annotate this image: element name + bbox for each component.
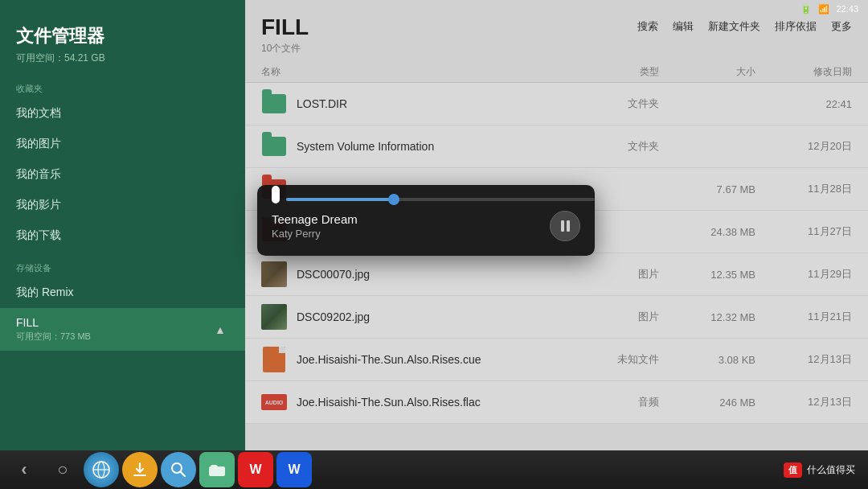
song-artist: Katy Perry (272, 228, 358, 240)
col-modified: 修改日期 (755, 65, 852, 79)
player-bottom: Teenage Dream Katy Perry (272, 211, 580, 241)
unknown-file-icon (261, 347, 287, 372)
sidebar-item-my-docs[interactable]: 我的文档 (0, 98, 245, 129)
player-controls (550, 211, 580, 241)
search-button[interactable]: 搜索 (637, 19, 658, 34)
song-title: Teenage Dream (272, 212, 358, 226)
download-icon[interactable] (122, 452, 158, 487)
sidebar-item-fill[interactable]: FILL 可用空间：773 MB ▲ (0, 308, 245, 351)
status-bar: 🔋 📶 22:43 (800, 0, 868, 18)
table-row[interactable]: DSC00070.jpg 图片 12.35 MB 11月29日 (245, 253, 868, 296)
player-info: Teenage Dream Katy Perry (272, 212, 358, 240)
wifi-icon: 📶 (818, 4, 829, 14)
sidebar-item-my-pics[interactable]: 我的图片 (0, 129, 245, 159)
svg-line-5 (181, 472, 185, 476)
watermark-badge: 值 (788, 464, 797, 476)
progress-thumb[interactable] (388, 194, 399, 205)
pause-icon (561, 220, 570, 232)
col-type: 类型 (563, 65, 659, 79)
file-name-cell: Joe.Hisaishi-The.Sun.Also.Rises.cue (261, 347, 563, 372)
file-list: LOST.DIR 文件夹 22:41 System Volume Informa… (245, 83, 868, 450)
pause-button[interactable] (550, 211, 580, 241)
taskbar: ‹ ○ W W 值 什么值得买 (0, 450, 868, 489)
table-row[interactable]: Joe.Hisaishi-The.Sun.Also.Rises.cue 未知文件… (245, 339, 868, 381)
favorites-label: 收藏夹 (0, 72, 245, 98)
wps2-icon[interactable]: W (276, 452, 312, 487)
file-name: Joe.Hisaishi-The.Sun.Also.Rises.cue (297, 353, 481, 366)
file-date: 12月13日 (755, 395, 852, 409)
file-date: 11月28日 (755, 182, 852, 196)
image-thumbnail-icon (261, 261, 287, 287)
magnifier-icon (170, 461, 187, 479)
file-name: LOST.DIR (297, 97, 347, 110)
file-date: 22:41 (755, 98, 852, 110)
globe-icon (92, 460, 111, 479)
table-row[interactable]: AUDIO Joe.Hisaishi-The.Sun.Also.Rises.fl… (245, 381, 868, 424)
new-folder-button[interactable]: 新建文件夹 (708, 19, 760, 34)
eject-icon[interactable]: ▲ (211, 321, 229, 339)
sort-button[interactable]: 排序依据 (775, 19, 817, 34)
volume-thumb (272, 186, 280, 203)
wps2-label: W (288, 462, 300, 477)
file-type: 未知文件 (563, 352, 659, 367)
fill-label: FILL (16, 316, 91, 329)
sidebar-item-my-videos[interactable]: 我的影片 (0, 190, 245, 220)
sidebar-item-my-downloads[interactable]: 我的下载 (0, 220, 245, 251)
file-size: 12.32 MB (659, 311, 755, 323)
file-size: 246 MB (659, 397, 755, 409)
files-icon[interactable] (199, 452, 235, 487)
file-name-cell: System Volume Information (261, 134, 563, 159)
file-size: 12.35 MB (659, 269, 755, 281)
file-name-cell: LOST.DIR (261, 91, 563, 117)
fill-storage: 可用空间：773 MB (16, 331, 91, 343)
file-name: System Volume Information (297, 140, 434, 153)
wps-label: W (249, 462, 261, 477)
file-name-cell: DSC09202.jpg (261, 304, 563, 330)
svg-point-4 (172, 463, 182, 473)
table-row[interactable]: System Volume Information 文件夹 12月20日 (245, 125, 868, 168)
table-row[interactable]: DSC09202.jpg 图片 12.32 MB 11月21日 (245, 296, 868, 339)
file-name-cell: AUDIO Joe.Hisaishi-The.Sun.Also.Rises.fl… (261, 389, 563, 415)
file-size: 24.38 MB (659, 226, 755, 238)
search-icon[interactable] (161, 452, 196, 487)
sidebar-item-my-music[interactable]: 我的音乐 (0, 159, 245, 190)
browser-icon[interactable] (84, 452, 119, 487)
edit-button[interactable]: 编辑 (673, 19, 694, 34)
sidebar-item-remix[interactable]: 我的 Remix (0, 277, 245, 308)
table-header: 名称 类型 大小 修改日期 (245, 62, 868, 83)
download-arrow-icon (131, 461, 149, 479)
pause-bar-right (567, 220, 570, 232)
audio-file-icon: AUDIO (261, 389, 287, 415)
main-title: FILL (261, 14, 309, 40)
main-header: FILL 10个文件 搜索 编辑 新建文件夹 排序依据 更多 (245, 0, 868, 62)
file-type: 图片 (563, 310, 659, 324)
file-name: DSC00070.jpg (297, 268, 370, 281)
file-date: 12月13日 (755, 352, 852, 367)
col-size: 大小 (659, 65, 755, 79)
battery-icon: 🔋 (800, 4, 812, 14)
time-display: 22:43 (836, 4, 858, 14)
watermark-text: 什么值得买 (807, 463, 855, 477)
sidebar-storage: 可用空间：54.21 GB (16, 51, 229, 65)
file-name-cell: DSC00070.jpg (261, 261, 563, 287)
sidebar: 文件管理器 可用空间：54.21 GB 收藏夹 我的文档 我的图片 我的音乐 我… (0, 0, 245, 450)
file-date: 11月27日 (755, 224, 852, 239)
folder-icon (261, 91, 287, 117)
progress-bar[interactable] (286, 198, 595, 201)
back-button[interactable]: ‹ (6, 452, 42, 487)
folder-icon-taskbar (208, 461, 226, 479)
file-type: 音频 (563, 395, 659, 409)
table-row[interactable]: LOST.DIR 文件夹 22:41 (245, 83, 868, 125)
progress-fill (286, 198, 394, 201)
home-button[interactable]: ○ (45, 452, 80, 487)
folder-icon (261, 134, 287, 159)
file-type: 文件夹 (563, 139, 659, 154)
file-type: 文件夹 (563, 97, 659, 111)
wps-icon[interactable]: W (238, 452, 273, 487)
storage-label: 存储设备 (0, 251, 245, 277)
watermark: 值 什么值得买 (784, 462, 855, 478)
image-thumbnail-icon (261, 304, 287, 330)
more-button[interactable]: 更多 (831, 19, 852, 34)
file-date: 11月29日 (755, 267, 852, 281)
sidebar-title: 文件管理器 (16, 24, 229, 48)
